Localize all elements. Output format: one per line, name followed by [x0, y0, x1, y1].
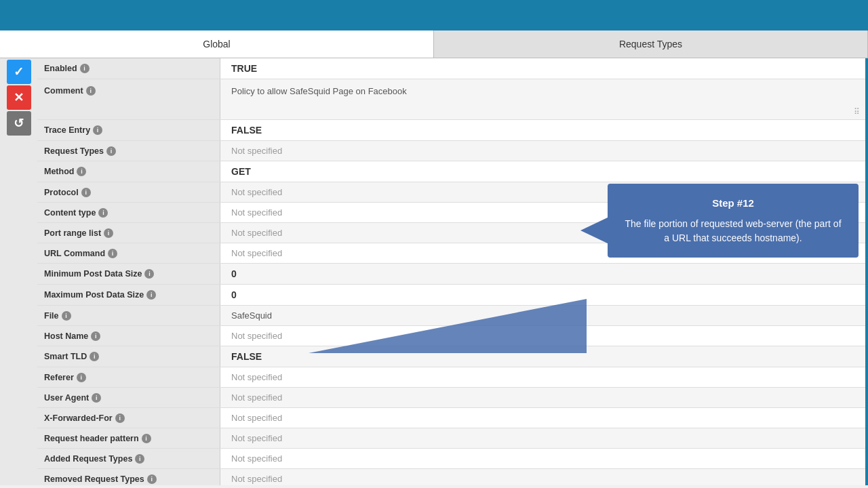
row-method: Method i GET	[37, 161, 865, 182]
row-min-post: Minimum Post Data Size i 0	[37, 264, 865, 285]
info-icon-x-forwarded[interactable]: i	[115, 413, 125, 423]
value-method: GET	[220, 161, 865, 182]
label-trace-entry: Trace Entry i	[37, 120, 220, 140]
label-removed-request-types: Removed Request Types i	[37, 469, 220, 485]
row-x-forwarded: X-Forwarded-For i Not specified	[37, 408, 865, 428]
sidebar: ✓ ✕ ↺	[0, 58, 37, 485]
tooltip-title: Step #12	[621, 196, 845, 211]
tooltip-arrow-svg	[302, 285, 587, 367]
label-added-request-types: Added Request Types i	[37, 449, 220, 468]
info-icon-max-post[interactable]: i	[146, 290, 156, 300]
row-request-types: Request Types i Not specified	[37, 141, 865, 161]
label-content-type: Content type i	[37, 203, 220, 222]
info-icon-referer[interactable]: i	[77, 373, 86, 382]
row-request-header-pattern: Request header pattern i Not specified	[37, 428, 865, 449]
info-icon-protocol[interactable]: i	[81, 188, 91, 197]
label-comment: Comment i	[37, 79, 220, 119]
label-enabled: Enabled i	[37, 58, 220, 79]
tooltip-description: The file portion of requested web-server…	[621, 217, 845, 245]
label-hostname: Host Name i	[37, 326, 220, 346]
label-method: Method i	[37, 161, 220, 182]
row-file: File i SafeSquid Step #12 The file porti…	[37, 306, 865, 326]
info-icon-port-range[interactable]: i	[104, 228, 113, 238]
value-min-post: 0	[220, 264, 865, 284]
info-icon-min-post[interactable]: i	[144, 269, 154, 279]
label-url-command: URL Command i	[37, 243, 220, 263]
label-request-types: Request Types i	[37, 141, 220, 161]
value-comment[interactable]: Policy to allow SafeSquid Page on Facebo…	[220, 79, 865, 119]
value-referer: Not specified	[220, 367, 865, 387]
close-button[interactable]: ✕	[7, 85, 31, 110]
info-icon-file[interactable]: i	[62, 311, 71, 321]
info-icon-method[interactable]: i	[77, 167, 86, 176]
svg-marker-0	[309, 299, 587, 353]
row-removed-request-types: Removed Request Types i Not specified	[37, 469, 865, 485]
info-icon-enabled[interactable]: i	[80, 64, 90, 73]
info-icon-hostname[interactable]: i	[91, 331, 100, 341]
label-x-forwarded: X-Forwarded-For i	[37, 408, 220, 428]
label-request-header-pattern: Request header pattern i	[37, 428, 220, 448]
info-icon-comment[interactable]: i	[86, 86, 96, 96]
label-min-post: Minimum Post Data Size i	[37, 264, 220, 284]
info-icon-content-type[interactable]: i	[98, 208, 108, 218]
tab-request-types[interactable]: Request Types	[434, 30, 868, 58]
label-port-range: Port range list i	[37, 223, 220, 243]
row-enabled: Enabled i TRUE	[37, 58, 865, 79]
value-enabled: TRUE	[220, 58, 865, 79]
info-icon-added-request-types[interactable]: i	[135, 454, 144, 464]
label-file: File i	[37, 306, 220, 325]
value-request-types: Not specified	[220, 141, 865, 161]
label-max-post: Maximum Post Data Size i	[37, 285, 220, 305]
row-trace-entry: Trace Entry i FALSE	[37, 120, 865, 141]
tab-bar: Global Request Types	[0, 30, 868, 58]
label-smart-tld: Smart TLD i	[37, 346, 220, 367]
info-icon-user-agent[interactable]: i	[92, 393, 101, 403]
info-icon-request-header[interactable]: i	[142, 434, 151, 443]
label-user-agent: User Agent i	[37, 388, 220, 407]
label-referer: Referer i	[37, 367, 220, 387]
row-user-agent: User Agent i Not specified	[37, 388, 865, 408]
undo-button[interactable]: ↺	[7, 111, 31, 136]
info-icon-trace[interactable]: i	[93, 125, 102, 135]
top-bar	[0, 0, 868, 30]
value-removed-request-types: Not specified	[220, 469, 865, 485]
content-area: Enabled i TRUE Comment i Policy to allow…	[37, 58, 865, 485]
value-file: SafeSquid Step #12 The file portion of r…	[220, 306, 865, 325]
label-protocol: Protocol i	[37, 182, 220, 202]
value-user-agent: Not specified	[220, 388, 865, 407]
info-icon-url-command[interactable]: i	[108, 249, 117, 258]
info-icon-request-types[interactable]: i	[106, 146, 116, 156]
info-icon-removed-request-types[interactable]: i	[147, 474, 157, 484]
value-trace-entry: FALSE	[220, 120, 865, 140]
value-added-request-types: Not specified	[220, 449, 865, 468]
value-request-header-pattern: Not specified	[220, 428, 865, 448]
row-comment: Comment i Policy to allow SafeSquid Page…	[37, 79, 865, 120]
tooltip-bubble: Step #12 The file portion of requested w…	[608, 184, 859, 258]
row-referer: Referer i Not specified	[37, 367, 865, 388]
row-added-request-types: Added Request Types i Not specified	[37, 449, 865, 469]
info-icon-smart-tld[interactable]: i	[90, 352, 99, 361]
tab-global[interactable]: Global	[0, 30, 434, 58]
value-x-forwarded: Not specified	[220, 408, 865, 428]
resize-handle: ⠿	[854, 107, 860, 117]
right-accent-bar	[865, 58, 868, 485]
check-button[interactable]: ✓	[7, 60, 31, 84]
